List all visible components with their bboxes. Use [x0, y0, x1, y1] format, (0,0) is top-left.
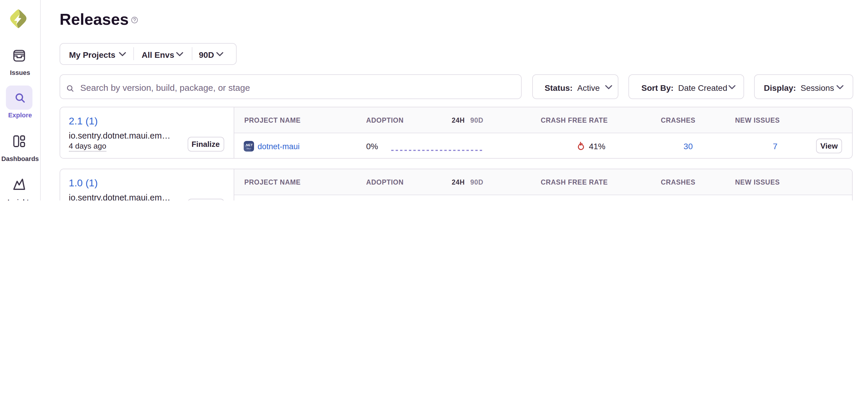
svg-text:.NET: .NET	[245, 143, 253, 146]
svg-text:MAUI: MAUI	[247, 147, 251, 149]
